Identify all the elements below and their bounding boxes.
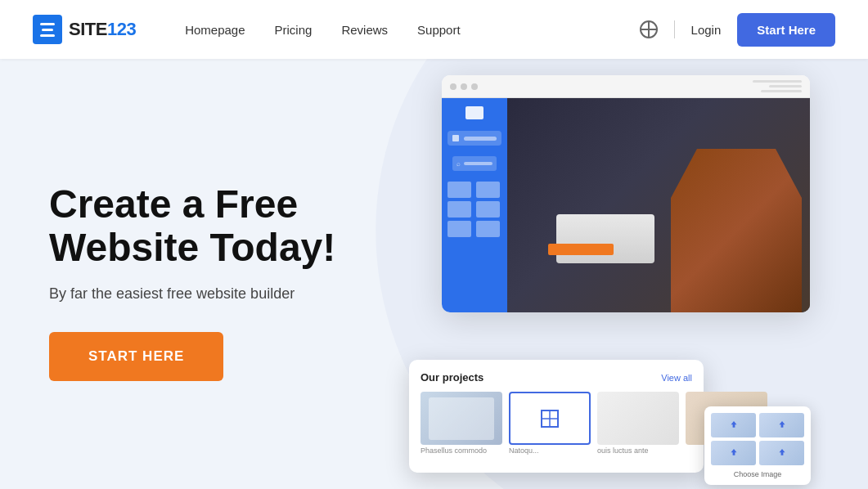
logo-icon xyxy=(33,15,62,44)
project-label-2: Natoqu... xyxy=(509,446,591,455)
chooser-thumb-3[interactable] xyxy=(711,441,756,465)
nav-right: Login Start Here xyxy=(640,13,835,47)
chooser-thumb-1[interactable] xyxy=(711,413,756,437)
main-nav: Homepage Pricing Reviews Support xyxy=(185,23,639,37)
sidebar-item-1 xyxy=(447,131,501,146)
orange-bar-decoration xyxy=(548,244,614,255)
mockup-area: ⌕ xyxy=(393,59,819,489)
project-thumb-3 xyxy=(597,392,679,445)
browser-dot-3 xyxy=(471,83,478,90)
project-item-2: Natoqu... xyxy=(509,392,591,455)
sidebar-search-row: ⌕ xyxy=(452,156,497,171)
logo[interactable]: SITE123 xyxy=(33,15,136,44)
start-here-cta-button[interactable]: START HERE xyxy=(49,332,223,381)
sidebar-thumb-5 xyxy=(447,221,471,237)
browser-titlebar xyxy=(442,75,810,98)
chooser-upload-icon-1 xyxy=(728,419,740,431)
nav-homepage[interactable]: Homepage xyxy=(185,23,245,37)
sidebar-thumb-1 xyxy=(447,182,471,198)
nav-support[interactable]: Support xyxy=(417,23,461,37)
browser-dot-1 xyxy=(450,83,456,90)
projects-card-header: Our projects View all xyxy=(421,371,692,384)
project-thumb-2 xyxy=(509,392,591,445)
project-label-3: ouis luctus ante xyxy=(597,446,679,455)
sidebar-search: ⌕ xyxy=(447,150,501,177)
nav-reviews[interactable]: Reviews xyxy=(341,23,388,37)
browser-dots xyxy=(450,83,478,90)
browser-lines xyxy=(494,80,802,92)
projects-card: Our projects View all Phasellus commodo xyxy=(409,360,704,473)
sidebar-thumb-3 xyxy=(447,201,471,218)
browser-line-2 xyxy=(769,85,802,87)
logo-text: SITE123 xyxy=(69,19,136,40)
header: SITE123 Homepage Pricing Reviews Support… xyxy=(0,0,868,59)
editor-sidebar: ⌕ xyxy=(442,98,507,312)
chooser-grid xyxy=(711,413,804,465)
chooser-label: Choose Image xyxy=(711,470,804,478)
sidebar-thumb-6 xyxy=(476,221,500,237)
table-illustration xyxy=(556,214,654,263)
sidebar-thumbs xyxy=(447,182,501,237)
nav-pricing[interactable]: Pricing xyxy=(275,23,313,37)
chooser-thumb-4[interactable] xyxy=(759,441,804,465)
hero-title: Create a Free Website Today! xyxy=(49,183,393,270)
projects-card-title: Our projects xyxy=(421,371,483,384)
main-content: Create a Free Website Today! By far the … xyxy=(0,59,868,489)
sidebar-thumb-2 xyxy=(476,182,500,198)
sidebar-dot-1 xyxy=(452,135,459,141)
start-here-nav-button[interactable]: Start Here xyxy=(737,13,835,47)
project-label-1: Phasellus commodo xyxy=(421,446,502,455)
search-bar xyxy=(464,162,492,165)
login-button[interactable]: Login xyxy=(691,23,722,37)
browser-body: ⌕ xyxy=(442,98,810,312)
chooser-upload-icon-2 xyxy=(776,419,788,431)
browser-line-3 xyxy=(761,90,802,92)
hero-subtitle: By far the easiest free website builder xyxy=(49,285,393,303)
hero-section: Create a Free Website Today! By far the … xyxy=(49,167,393,382)
view-all-link[interactable]: View all xyxy=(661,373,692,383)
sidebar-bar-1 xyxy=(464,137,497,141)
image-chooser-popup: Choose Image xyxy=(704,406,811,485)
globe-icon[interactable] xyxy=(640,20,658,38)
project-item-1: Phasellus commodo xyxy=(421,392,502,455)
project-thumb-inner-1 xyxy=(429,397,494,440)
sidebar-thumb-4 xyxy=(476,201,500,218)
chooser-upload-icon-3 xyxy=(728,447,740,459)
search-icon: ⌕ xyxy=(456,160,461,168)
divider xyxy=(674,20,675,38)
chooser-upload-icon-4 xyxy=(776,447,788,459)
browser-line-1 xyxy=(753,80,802,83)
project-item-3: ouis luctus ante xyxy=(597,392,679,455)
project-thumb-2-icon xyxy=(537,406,562,431)
editor-sidebar-logo xyxy=(465,106,483,119)
chair-illustration xyxy=(671,149,802,312)
project-thumb-1 xyxy=(421,392,502,445)
browser-dot-2 xyxy=(461,83,467,90)
browser-window: ⌕ xyxy=(442,75,810,312)
chooser-thumb-2[interactable] xyxy=(759,413,804,437)
projects-row: Phasellus commodo Natoqu... ouis luctus xyxy=(421,392,692,455)
editor-content xyxy=(507,98,810,312)
